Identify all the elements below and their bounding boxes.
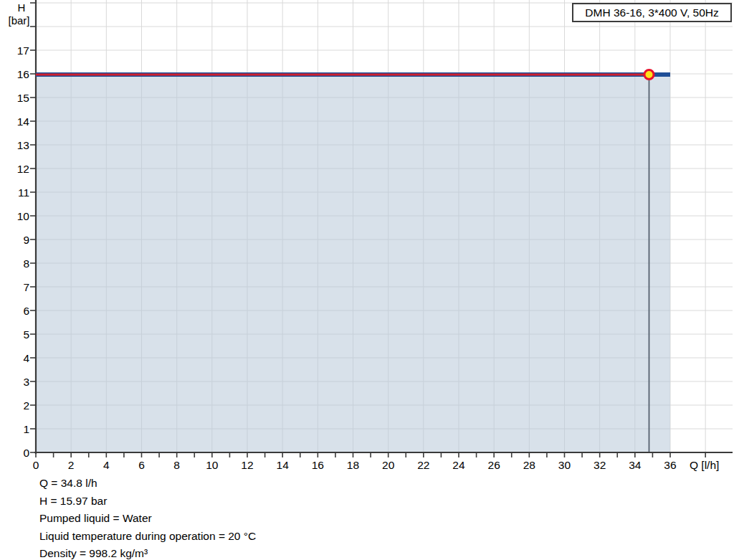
x-tick-label: 24 [452, 459, 465, 471]
y-tick-label: 11 [18, 186, 29, 199]
duty-info-block: Q = 34.8 l/h H = 15.97 bar Pumped liquid… [39, 475, 256, 560]
x-tick-label: 26 [488, 459, 500, 471]
y-tick-label: 10 [17, 210, 30, 222]
x-tick-label: 18 [347, 459, 359, 471]
y-tick-label: 13 [17, 139, 29, 151]
y-tick-label: 12 [17, 163, 29, 175]
x-tick-label: 20 [382, 459, 395, 471]
x-tick-label: 34 [629, 459, 642, 471]
x-axis-unit: Q [l/h] [690, 459, 719, 472]
y-tick-label: 15 [17, 92, 29, 104]
legend-label: DMH 36-16, 3*400 V, 50Hz [585, 6, 718, 19]
x-tick-label: 12 [241, 459, 253, 471]
x-tick-label: 8 [173, 459, 180, 471]
x-tick-label: 2 [68, 459, 75, 471]
legend-box: DMH 36-16, 3*400 V, 50Hz [572, 3, 732, 22]
x-tick-label: 36 [664, 459, 676, 471]
x-tick-label: 22 [417, 459, 429, 471]
x-tick-label: 10 [206, 459, 219, 471]
x-tick-label: 16 [312, 459, 324, 471]
y-axis-unit-bar: [bar] [2, 14, 36, 27]
info-temperature: Liquid temperature during operation = 20… [39, 528, 256, 546]
y-tick-label: 3 [23, 376, 29, 388]
info-head: H = 15.97 bar [39, 493, 256, 511]
y-tick-label: 7 [23, 281, 29, 293]
area-under-curve [36, 75, 670, 452]
info-flow: Q = 34.8 l/h [39, 475, 256, 493]
y-tick-label: 5 [23, 328, 29, 341]
y-axis-unit-h: H [10, 1, 33, 14]
x-tick-label: 0 [33, 459, 39, 471]
y-tick-label: 6 [23, 305, 29, 317]
y-tick-label: 14 [17, 115, 30, 128]
y-tick-label: 2 [23, 399, 29, 412]
y-tick-label: 0 [23, 447, 29, 459]
y-tick-label: 1 [23, 423, 29, 435]
x-tick-label: 30 [558, 459, 571, 471]
y-tick-label: 16 [17, 68, 29, 80]
x-tick-label: 28 [523, 459, 535, 471]
y-tick-label: 4 [23, 352, 29, 364]
pump-curve-chart: 0246810121416182022242628303234360123456… [0, 0, 734, 473]
info-density: Density = 998.2 kg/m³ [39, 545, 256, 560]
y-tick-label: 17 [17, 44, 29, 57]
operating-point-marker [644, 70, 654, 79]
x-tick-label: 32 [594, 459, 606, 471]
y-tick-label: 8 [23, 257, 29, 270]
x-tick-label: 4 [103, 459, 110, 471]
y-tick-label: 9 [23, 234, 29, 246]
info-liquid: Pumped liquid = Water [39, 510, 256, 528]
x-tick-label: 6 [138, 459, 145, 471]
x-tick-label: 14 [277, 459, 290, 471]
